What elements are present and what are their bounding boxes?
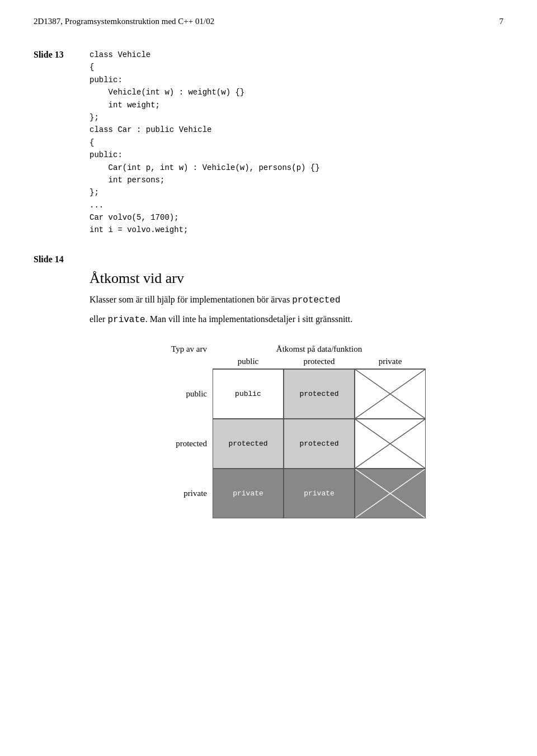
slide-13-label: Slide 13	[34, 49, 90, 237]
cross-svg-1	[355, 370, 425, 418]
cell-private-protected: private	[284, 469, 355, 518]
cell-private-public: private	[213, 469, 284, 518]
slide-14-content: Åtkomst vid arv Klasser som är till hjäl…	[90, 253, 503, 518]
section-title: Åtkomst vid arv	[90, 270, 503, 287]
page-title: 2D1387, Programsystemkonstruktion med C+…	[34, 17, 214, 26]
paragraph-1-text: Klasser som är till hjälp för implementa…	[90, 295, 292, 304]
paragraph-2-start: eller	[90, 314, 107, 324]
col-header-private: private	[355, 357, 426, 369]
cell-protected-public: protected	[213, 419, 284, 469]
table-row-private: private private private	[134, 469, 503, 518]
page-header: 2D1387, Programsystemkonstruktion med C+…	[34, 17, 503, 26]
cell-public-public: public	[213, 369, 284, 419]
cell-public-protected: protected	[284, 369, 355, 419]
paragraph-2: eller private. Man vill inte ha implemen…	[90, 312, 503, 328]
slide-14-section: Slide 14 Åtkomst vid arv Klasser som är …	[34, 253, 503, 518]
cross-svg-2	[355, 419, 425, 468]
table-top-row: Typ av arv Åtkomst på data/funktion	[134, 344, 503, 357]
col-header-public: public	[213, 357, 284, 369]
paragraph-2-end: . Man vill inte ha implementationsdetalj…	[145, 314, 353, 324]
col-headers-row: public protected private	[134, 357, 503, 369]
table-row-public: public public protected	[134, 369, 503, 419]
cell-private-private	[355, 469, 426, 518]
cell-protected-protected: protected	[284, 419, 355, 469]
paragraph-2-mono: private	[107, 315, 145, 325]
page-number: 7	[500, 17, 504, 26]
slide-14-label: Slide 14	[34, 253, 90, 518]
typ-av-arv-label: Typ av arv	[134, 344, 213, 357]
row-header-public: public	[134, 369, 213, 419]
cross-svg-3	[355, 469, 425, 518]
table-row-protected: protected protected protected	[134, 419, 503, 469]
slide-13-content: class Vehicle { public: Vehicle(int w) :…	[90, 49, 503, 237]
slide-13-section: Slide 13 class Vehicle { public: Vehicle…	[34, 49, 503, 237]
col-header-protected: protected	[284, 357, 355, 369]
table-container: Typ av arv Åtkomst på data/funktion publ…	[134, 344, 503, 518]
cell-protected-private	[355, 419, 426, 469]
cell-public-private	[355, 369, 426, 419]
atkomst-header: Åtkomst på data/funktion	[213, 344, 426, 354]
row-header-private: private	[134, 469, 213, 518]
paragraph-1-mono: protected	[292, 295, 340, 305]
paragraph-1: Klasser som är till hjälp för implementa…	[90, 292, 503, 308]
slide-13-code: class Vehicle { public: Vehicle(int w) :…	[90, 49, 503, 237]
row-header-protected: protected	[134, 419, 213, 469]
